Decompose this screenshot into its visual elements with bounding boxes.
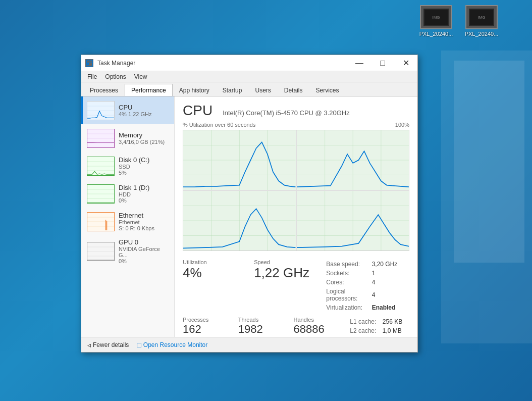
sidebar-name-disk0: Disk 0 (C:) (119, 156, 170, 164)
l3-label: L3 cache: (350, 336, 382, 337)
sidebar-detail-gpu0-model: NVIDIA GeForce G... (119, 246, 170, 258)
desktop-icon-2-img: IMG (465, 5, 498, 29)
logical-label: Logical processors: (326, 287, 370, 303)
tab-app-history[interactable]: App history (173, 84, 216, 96)
desktop-icon-2-label: PXL_20240... (461, 31, 502, 37)
maximize-button[interactable]: □ (371, 55, 394, 71)
sockets-value: 1 (372, 269, 408, 277)
title-bar: Task Manager ― □ ✕ (81, 55, 417, 71)
handles-label: Handles (294, 317, 334, 323)
sidebar-detail-ethernet-type: Ethernet (119, 219, 170, 225)
base-speed-value: 3,20 GHz (372, 260, 408, 268)
sidebar-detail-ethernet-speed: S: 0 R: 0 Kbps (119, 225, 170, 231)
menu-file[interactable]: File (83, 72, 101, 81)
base-speed-label: Base speed: (326, 260, 370, 268)
sidebar-detail-disk0-type: SSD (119, 164, 170, 170)
l1-value: 256 KB (383, 318, 408, 326)
sockets-label: Sockets: (326, 269, 370, 277)
fewer-details-icon: ◃ (87, 341, 91, 349)
virt-label: Virtualization: (326, 304, 370, 312)
tab-details[interactable]: Details (278, 84, 309, 96)
title-bar-icon (85, 59, 93, 67)
logical-value: 4 (372, 287, 408, 303)
stat-threads: Threads 1982 (238, 317, 279, 337)
desktop-icon-1[interactable]: IMG PXL_20240... (416, 5, 456, 37)
content-area: CPU 4% 1,22 GHz Memory 3 (81, 96, 417, 337)
footer: ◃ Fewer details □ Open Resource Monitor (81, 337, 417, 352)
tab-startup[interactable]: Startup (216, 84, 249, 96)
sidebar-info-disk1: Disk 1 (D:) HDD 0% (119, 184, 170, 204)
sidebar-item-disk1[interactable]: Disk 1 (D:) HDD 0% (81, 180, 174, 208)
tab-services[interactable]: Services (309, 84, 346, 96)
stat-cache-info: L1 cache: 256 KB L2 cache: 1,0 MB L3 cac… (349, 317, 409, 337)
cpu-graphs-grid (183, 130, 409, 251)
l3-value: 6,0 MB (383, 336, 408, 337)
utilization-value: 4% (183, 265, 239, 281)
tab-users[interactable]: Users (248, 84, 277, 96)
sidebar-info-disk0: Disk 0 (C:) SSD 5% (119, 156, 170, 176)
stat-utilization: Utilization 4% (183, 259, 239, 313)
sidebar-item-cpu[interactable]: CPU 4% 1,22 GHz (81, 96, 174, 124)
cpu-model: Intel(R) Core(TM) i5-4570 CPU @ 3.20GHz (223, 109, 350, 117)
stats-row-1: Utilization 4% Speed 1,22 GHz Base speed… (183, 259, 409, 313)
stats-row-2: Processes 162 Threads 1982 Handles 68886… (183, 317, 409, 337)
cache-specs-table: L1 cache: 256 KB L2 cache: 1,0 MB L3 cac… (349, 317, 409, 337)
cpu-title: CPU (183, 103, 212, 119)
cores-label: Cores: (326, 278, 370, 286)
sidebar-detail-gpu0-pct: 0% (119, 258, 170, 264)
cpu-header: CPU Intel(R) Core(TM) i5-4570 CPU @ 3.20… (183, 103, 409, 119)
tabs-bar: Processes Performance App history Startu… (81, 82, 417, 96)
graph-label: % Utilization over 60 seconds (183, 122, 255, 128)
sidebar-name-ethernet: Ethernet (119, 212, 170, 219)
sidebar-item-ethernet[interactable]: Ethernet Ethernet S: 0 R: 0 Kbps (81, 208, 174, 235)
sidebar-info-ethernet: Ethernet Ethernet S: 0 R: 0 Kbps (119, 212, 170, 231)
task-manager-window: Task Manager ― □ ✕ File Options View Pro… (81, 55, 418, 353)
open-resource-monitor-label: Open Resource Monitor (143, 341, 207, 348)
sidebar-thumb-ethernet (87, 212, 115, 231)
main-panel: CPU Intel(R) Core(TM) i5-4570 CPU @ 3.20… (175, 96, 417, 337)
desktop-icon-2[interactable]: IMG PXL_20240... (461, 5, 502, 37)
sidebar-item-gpu0[interactable]: GPU 0 NVIDIA GeForce G... 0% (81, 235, 174, 267)
sidebar-name-gpu0: GPU 0 (119, 238, 170, 246)
threads-value: 1982 (238, 323, 279, 336)
sidebar-thumb-disk0 (87, 157, 115, 176)
speed-value: 1,22 GHz (254, 265, 310, 281)
right-specs-table: Base speed: 3,20 GHz Sockets: 1 Cores: 4 (325, 259, 409, 313)
sidebar-detail-memory: 3,4/16,0 GB (21%) (119, 139, 170, 145)
cpu-graph-br (297, 191, 409, 250)
title-bar-title: Task Manager (97, 60, 348, 67)
tab-processes[interactable]: Processes (83, 84, 125, 96)
stat-speed: Speed 1,22 GHz (254, 259, 310, 313)
sidebar-thumb-gpu0 (87, 242, 115, 261)
sidebar-name-disk1: Disk 1 (D:) (119, 184, 170, 191)
menu-options[interactable]: Options (101, 72, 130, 81)
menu-view[interactable]: View (130, 72, 151, 81)
desktop-icons: IMG PXL_20240... IMG PXL_20240... (416, 5, 502, 37)
cpu-graph-bl (183, 191, 296, 250)
sidebar-name-memory: Memory (119, 131, 170, 139)
sidebar-detail-disk1-type: HDD (119, 191, 170, 197)
utilization-label-row: % Utilization over 60 seconds 100% (183, 122, 409, 128)
graph-max: 100% (395, 122, 409, 128)
speed-label: Speed (254, 259, 310, 265)
minimize-button[interactable]: ― (348, 55, 371, 71)
sidebar-thumb-disk1 (87, 184, 115, 204)
virt-value: Enabled (372, 304, 408, 312)
fewer-details-button[interactable]: ◃ Fewer details (87, 341, 129, 349)
close-button[interactable]: ✕ (394, 55, 417, 71)
win-panel-inner (454, 61, 524, 263)
stat-processes: Processes 162 (183, 317, 223, 337)
sidebar-item-disk0[interactable]: Disk 0 (C:) SSD 5% (81, 152, 174, 180)
stat-right-info: Base speed: 3,20 GHz Sockets: 1 Cores: 4 (325, 259, 409, 313)
open-resource-monitor-button[interactable]: □ Open Resource Monitor (137, 341, 207, 349)
desktop-icon-1-img: IMG (420, 5, 452, 29)
sidebar-item-memory[interactable]: Memory 3,4/16,0 GB (21%) (81, 124, 174, 152)
title-bar-controls: ― □ ✕ (348, 55, 417, 71)
tab-performance[interactable]: Performance (125, 84, 173, 96)
l2-label: L2 cache: (350, 327, 382, 335)
sidebar-detail-disk0-pct: 5% (119, 170, 170, 176)
sidebar-info-cpu: CPU 4% 1,22 GHz (119, 104, 170, 117)
desktop-icon-1-label: PXL_20240... (416, 31, 456, 37)
l1-label: L1 cache: (350, 318, 382, 326)
sidebar-detail-cpu: 4% 1,22 GHz (119, 111, 170, 117)
